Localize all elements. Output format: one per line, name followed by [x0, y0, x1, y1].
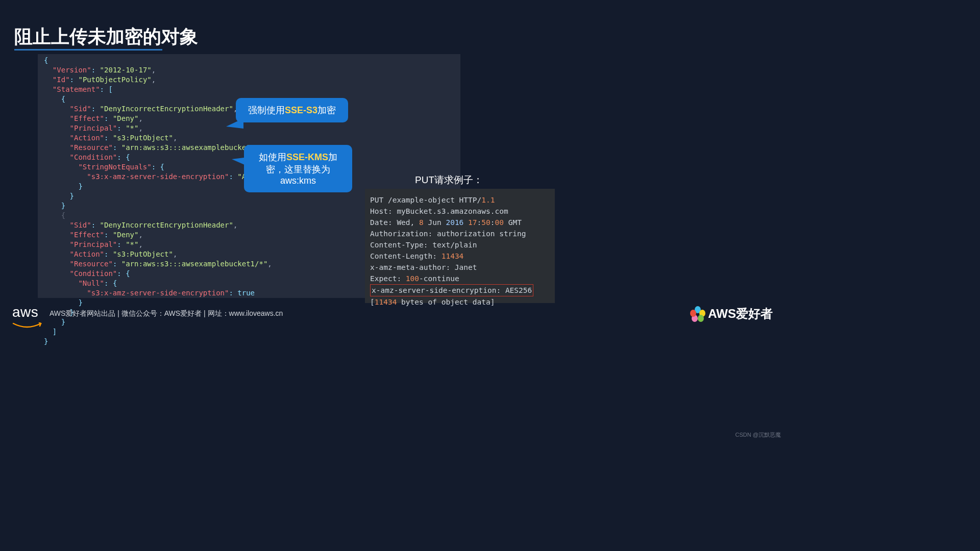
callout-1-post: 加密: [317, 105, 336, 115]
aws-logo-smile: [12, 322, 42, 330]
request-example-label: PUT请求例子：: [415, 173, 483, 187]
flower-icon: [691, 307, 705, 321]
title-underline: [14, 49, 162, 51]
brand-text: AWS爱好者: [708, 306, 773, 322]
csdn-watermark: CSDN @沉默恶魔: [736, 431, 781, 439]
callout-1-pre: 强制使用: [248, 105, 285, 115]
aws-logo-text: aws: [12, 304, 38, 320]
footer-attribution: AWS爱好者网站出品 | 微信公众号：AWS爱好者 | 网址：www.ilove…: [50, 309, 283, 318]
request-example-panel: PUT /example-object HTTP/1.1Host: myBuck…: [365, 189, 555, 303]
callout-1-highlight: SSE-S3: [285, 105, 317, 115]
brand-badge: AWS爱好者: [691, 306, 773, 322]
callout-2-pre: 如使用: [259, 152, 286, 162]
callout-sse-s3: 强制使用SSE-S3加密: [236, 98, 348, 122]
callout-sse-kms: 如使用SSE-KMS加密，这里替换为 aws:kms: [244, 145, 352, 192]
callout-2-highlight: SSE-KMS: [286, 152, 328, 162]
page-title: 阻止上传未加密的对象: [14, 24, 198, 49]
